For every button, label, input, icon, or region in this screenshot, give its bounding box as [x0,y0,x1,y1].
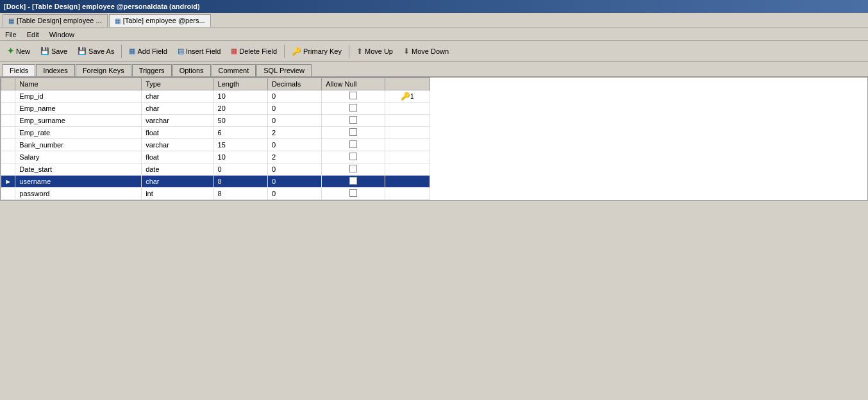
add-field-button[interactable]: ▦ Add Field [124,43,171,60]
table-row[interactable]: Bank_numbervarchar150 [1,139,430,151]
move-down-button[interactable]: ⬇ Move Down [399,43,453,60]
table-row[interactable]: Emp_idchar100🔑1 [1,90,430,103]
cell-allow-null[interactable] [322,139,385,151]
allow-null-checkbox[interactable] [349,92,357,99]
table-row[interactable]: ►usernamechar80 [1,176,430,188]
content-tabs-area: Fields Indexes Foreign Keys Triggers Opt… [0,62,868,77]
cell-length: 50 [213,115,267,127]
table-design-icon: ▦ [8,17,14,24]
allow-null-checkbox[interactable] [349,140,357,148]
insert-field-icon: ▤ [178,47,184,55]
move-up-label: Move Up [365,47,393,55]
row-selector [1,163,15,176]
col-header-length: Length [213,78,267,90]
cell-name: password [15,188,142,200]
tab-label-1: [Table Design] employee ... [17,17,102,24]
tab-foreign-keys[interactable]: Foreign Keys [76,64,131,76]
move-up-button[interactable]: ⬆ Move Up [352,43,397,60]
new-button[interactable]: ✦ New [3,43,35,60]
tab-fields[interactable]: Fields [3,64,35,76]
cell-type: float [142,127,213,139]
cell-allow-null[interactable] [322,176,385,188]
table-body: Emp_idchar100🔑1Emp_namechar200Emp_surnam… [1,90,430,200]
cell-length: 10 [213,90,267,103]
save-button[interactable]: 💾 Save [36,43,72,60]
save-icon: 💾 [40,47,49,55]
cell-name: Emp_id [15,90,142,103]
cell-allow-null[interactable] [322,163,385,176]
cell-decimals: 0 [267,163,321,176]
delete-field-button[interactable]: ▦ Delete Field [226,43,281,60]
tab-triggers[interactable]: Triggers [132,64,172,76]
cell-key [385,163,430,176]
cell-allow-null[interactable] [322,115,385,127]
save-as-label: Save As [88,47,114,55]
cell-allow-null[interactable] [322,188,385,200]
table-row[interactable]: Date_startdate00 [1,163,430,176]
fields-table: Name Type Length Decimals Allow Null Emp… [1,78,430,200]
save-label: Save [51,47,67,55]
col-header-allow-null: Allow Null [322,78,385,90]
new-label: New [16,47,30,55]
table-row[interactable]: passwordint80 [1,188,430,200]
cell-decimals: 0 [267,115,321,127]
main-content: Name Type Length Decimals Allow Null Emp… [0,77,868,201]
table-row[interactable]: Emp_surnamevarchar500 [1,115,430,127]
row-selector [1,151,15,163]
cell-key [385,151,430,163]
tab-sql-preview[interactable]: SQL Preview [256,64,312,76]
allow-null-checkbox[interactable] [349,104,357,112]
tab-bar: ▦ [Table Design] employee ... ▦ [Table] … [0,13,868,28]
cell-name: Emp_name [15,103,142,115]
cell-allow-null[interactable] [322,90,385,103]
tab-table-design[interactable]: ▦ [Table Design] employee ... [3,14,108,27]
key-icon: 🔑 [401,92,410,101]
toolbar-sep-2 [284,45,285,58]
delete-field-label: Delete Field [239,47,277,55]
tab-comment[interactable]: Comment [212,64,256,76]
table-row[interactable]: Emp_namechar200 [1,103,430,115]
cell-length: 0 [213,163,267,176]
menu-edit[interactable]: Edit [24,29,42,40]
cell-key [385,176,430,188]
tab-table[interactable]: ▦ [Table] employee @pers... [109,14,211,27]
row-selector [1,188,15,200]
tab-options[interactable]: Options [172,64,211,76]
cell-key: 🔑1 [385,90,430,103]
cell-decimals: 2 [267,127,321,139]
cell-type: char [142,176,213,188]
cell-decimals: 0 [267,103,321,115]
cell-type: char [142,103,213,115]
col-header-decimals: Decimals [267,78,321,90]
cell-type: char [142,90,213,103]
primary-key-button[interactable]: 🔑 Primary Key [287,43,346,60]
insert-field-button[interactable]: ▤ Insert Field [173,43,225,60]
cell-key [385,139,430,151]
cell-length: 8 [213,188,267,200]
allow-null-checkbox[interactable] [349,165,357,172]
cell-name: username [15,176,142,188]
cell-allow-null[interactable] [322,151,385,163]
col-header-selector [1,78,15,90]
save-as-button[interactable]: 💾 Save As [73,43,119,60]
tab-indexes[interactable]: Indexes [36,64,75,76]
menu-file[interactable]: File [3,29,19,40]
cell-allow-null[interactable] [322,103,385,115]
table-row[interactable]: Emp_ratefloat62 [1,127,430,139]
cell-decimals: 0 [267,139,321,151]
primary-key-label: Primary Key [303,47,342,55]
menu-window[interactable]: Window [47,29,77,40]
save-as-icon: 💾 [78,47,87,55]
add-field-label: Add Field [137,47,167,55]
cell-name: Salary [15,151,142,163]
allow-null-checkbox[interactable] [349,116,357,124]
cell-allow-null[interactable] [322,127,385,139]
table-row[interactable]: Salaryfloat102 [1,151,430,163]
allow-null-checkbox[interactable] [349,153,357,160]
allow-null-checkbox[interactable] [349,128,357,136]
move-down-label: Move Down [412,47,449,55]
allow-null-checkbox[interactable] [349,177,357,185]
allow-null-checkbox[interactable] [349,189,357,197]
col-header-extra [385,78,430,90]
cell-key [385,103,430,115]
